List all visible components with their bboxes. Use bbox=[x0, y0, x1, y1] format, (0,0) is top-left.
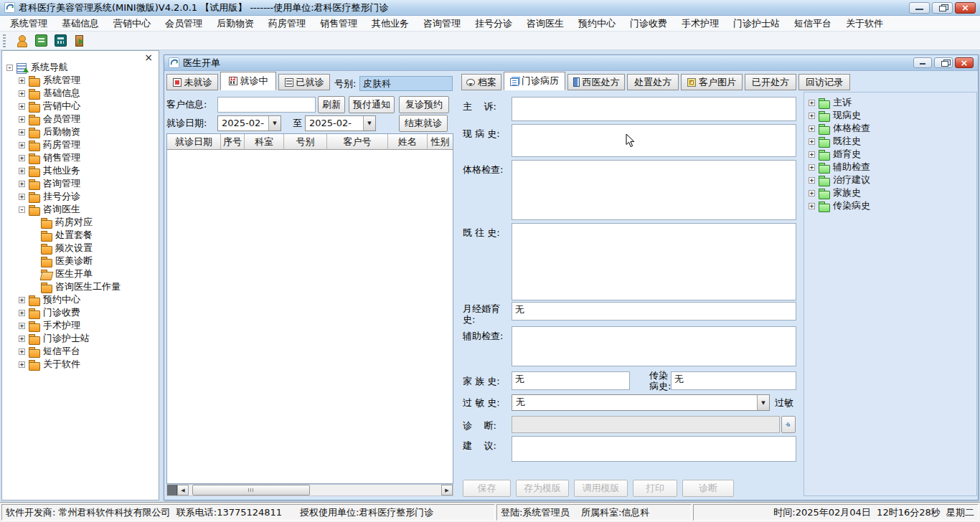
menu-item[interactable]: 基础信息 bbox=[55, 16, 106, 31]
column-header[interactable]: 姓名 bbox=[388, 134, 428, 150]
template-tree-item[interactable]: 婚育史 bbox=[809, 148, 976, 161]
scroll-right-arrow[interactable]: ▶ bbox=[441, 485, 453, 495]
infectious-history-input[interactable]: 无 bbox=[671, 371, 796, 390]
expand-toggle-icon[interactable] bbox=[809, 190, 815, 196]
menu-item[interactable]: 咨询管理 bbox=[416, 16, 468, 31]
chief-complaint-input[interactable] bbox=[512, 97, 796, 121]
expand-toggle-icon[interactable] bbox=[19, 194, 25, 200]
tree-item[interactable]: 系统管理 bbox=[4, 74, 157, 87]
tree-item[interactable]: 短信平台 bbox=[4, 345, 157, 358]
tree-item[interactable]: 系统导航 bbox=[4, 61, 157, 74]
template-tree-item[interactable]: 既往史 bbox=[809, 135, 976, 148]
child-restore-button[interactable] bbox=[934, 57, 953, 68]
menu-item[interactable]: 门诊护士站 bbox=[726, 16, 787, 31]
expand-toggle-icon[interactable] bbox=[19, 323, 25, 329]
menu-item[interactable]: 短信平台 bbox=[787, 16, 839, 31]
member-card-icon[interactable] bbox=[35, 34, 47, 47]
record-tab[interactable]: 档案 bbox=[461, 74, 501, 90]
expand-toggle-icon[interactable] bbox=[6, 65, 13, 71]
tree-item[interactable]: 预约中心 bbox=[4, 293, 157, 306]
expand-toggle-icon[interactable] bbox=[19, 90, 25, 97]
expand-toggle-icon[interactable] bbox=[19, 142, 25, 148]
template-tree-item[interactable]: 现病史 bbox=[809, 109, 976, 122]
tree-item[interactable]: 后勤物资 bbox=[4, 125, 157, 138]
column-header[interactable]: 序号 bbox=[221, 134, 245, 150]
tree-item[interactable]: 销售管理 bbox=[4, 151, 157, 164]
refresh-button[interactable]: 刷新 bbox=[318, 96, 345, 113]
column-header[interactable]: 客户号 bbox=[327, 134, 388, 150]
action-button[interactable]: 打印 bbox=[633, 480, 677, 497]
menu-item[interactable]: 后勤物资 bbox=[209, 16, 261, 31]
expand-toggle-icon[interactable] bbox=[19, 207, 25, 213]
tree-item[interactable]: 门诊收费 bbox=[4, 306, 157, 319]
tree-item[interactable]: 门诊护士站 bbox=[4, 332, 157, 345]
tree-item[interactable]: 处置套餐 bbox=[4, 229, 157, 242]
menu-item[interactable]: 手术护理 bbox=[674, 16, 726, 31]
expand-toggle-icon[interactable] bbox=[19, 155, 25, 161]
menu-item[interactable]: 药房管理 bbox=[261, 16, 313, 31]
chevron-down-icon[interactable]: ▼ bbox=[268, 116, 281, 130]
expand-toggle-icon[interactable] bbox=[809, 100, 815, 106]
expand-toggle-icon[interactable] bbox=[19, 310, 25, 316]
client-info-input[interactable] bbox=[217, 97, 316, 113]
tree-item[interactable]: 挂号分诊 bbox=[4, 190, 157, 203]
scroll-left-arrow[interactable]: ◀ bbox=[177, 485, 189, 495]
expand-toggle-icon[interactable] bbox=[809, 177, 815, 184]
expand-toggle-icon[interactable] bbox=[809, 203, 815, 209]
date-from-combo[interactable]: 2025-02-03 ▼ bbox=[217, 115, 281, 131]
status-tab[interactable]: 未就诊 bbox=[166, 74, 218, 90]
expand-toggle-icon[interactable] bbox=[19, 297, 25, 303]
menu-item[interactable]: 预约中心 bbox=[571, 16, 623, 31]
record-tab[interactable]: 处置处方 bbox=[627, 74, 679, 90]
menu-item[interactable]: 会员管理 bbox=[158, 16, 209, 31]
action-button[interactable]: 存为模版 bbox=[516, 480, 569, 497]
child-close-button[interactable] bbox=[955, 57, 974, 68]
tree-item[interactable]: 医美诊断 bbox=[4, 255, 157, 267]
record-tab[interactable]: 门诊病历 bbox=[504, 72, 565, 90]
end-visit-button[interactable]: 结束就诊 bbox=[399, 115, 448, 132]
prepay-notice-button[interactable]: 预付通知 bbox=[349, 96, 395, 113]
record-tab[interactable]: 客户图片 bbox=[681, 74, 743, 90]
auxiliary-exam-input[interactable] bbox=[512, 326, 796, 366]
advice-input[interactable] bbox=[512, 436, 796, 462]
present-illness-input[interactable] bbox=[512, 124, 796, 157]
tree-item[interactable]: 手术护理 bbox=[4, 319, 157, 332]
status-tab[interactable]: 就诊中 bbox=[220, 72, 276, 90]
column-header[interactable]: 号别 bbox=[284, 134, 327, 150]
expand-toggle-icon[interactable] bbox=[809, 125, 815, 132]
expand-toggle-icon[interactable] bbox=[19, 348, 25, 355]
menu-item[interactable]: 挂号分诊 bbox=[468, 16, 519, 31]
expand-toggle-icon[interactable] bbox=[19, 77, 25, 84]
child-minimize-button[interactable] bbox=[913, 57, 932, 68]
tree-item[interactable]: 咨询医生工作量 bbox=[4, 280, 157, 293]
tree-item[interactable]: 药房对应 bbox=[4, 216, 157, 229]
scrollbar-thumb[interactable] bbox=[192, 485, 310, 495]
expand-toggle-icon[interactable] bbox=[809, 113, 815, 119]
record-tab[interactable]: 回访记录 bbox=[798, 74, 850, 90]
template-tree-item[interactable]: 体格检查 bbox=[809, 122, 976, 135]
menu-item[interactable]: 营销中心 bbox=[106, 16, 158, 31]
scrollbar-track[interactable] bbox=[189, 485, 441, 495]
expand-toggle-icon[interactable] bbox=[809, 151, 815, 158]
menu-item[interactable]: 销售管理 bbox=[313, 16, 364, 31]
tree-item[interactable]: 关于软件 bbox=[4, 358, 157, 371]
expand-toggle-icon[interactable] bbox=[19, 168, 25, 174]
expand-toggle-icon[interactable] bbox=[809, 164, 815, 171]
chevron-down-icon[interactable]: ▼ bbox=[757, 395, 769, 410]
menu-item[interactable]: 咨询医生 bbox=[519, 16, 571, 31]
tree-item[interactable]: 咨询医生 bbox=[4, 203, 157, 216]
menu-item[interactable]: 门诊收费 bbox=[623, 16, 674, 31]
allergy-history-combo[interactable]: 无 ▼ bbox=[512, 394, 770, 411]
column-header[interactable]: 性别 bbox=[428, 134, 453, 150]
maximize-button[interactable] bbox=[932, 2, 953, 14]
tree-item[interactable]: 基础信息 bbox=[4, 87, 157, 100]
record-tab[interactable]: 已开处方 bbox=[745, 74, 796, 90]
expand-toggle-icon[interactable] bbox=[19, 116, 25, 123]
action-button[interactable]: 调用模版 bbox=[574, 480, 628, 497]
menu-item[interactable]: 关于软件 bbox=[839, 16, 890, 31]
diagnosis-picker-button[interactable]: » bbox=[781, 416, 796, 433]
date-to-combo[interactable]: 2025-02-04 ▼ bbox=[305, 115, 376, 131]
chevron-down-icon[interactable]: ▼ bbox=[363, 116, 375, 130]
template-tree-item[interactable]: 传染病史 bbox=[809, 199, 976, 212]
past-history-input[interactable] bbox=[512, 223, 796, 300]
